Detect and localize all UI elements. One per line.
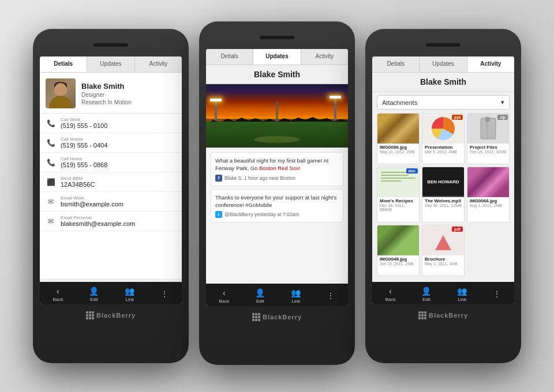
field-call-home[interactable]: 📞 Call Home (519) 555 - 0868 [40,153,182,172]
attachment-info-5: IMG0066.jpg Aug 1, 2011, 2MB [467,197,509,209]
field-marker [254,136,300,143]
nav-back-2[interactable]: ‹ Back [219,288,230,304]
brand-label-3: BlackBerry [429,312,468,319]
tab-activity-2[interactable]: Activity [301,49,348,65]
email-icon-1: ✉ [46,197,56,207]
tab-updates-2[interactable]: Updates [253,49,301,65]
more-icon-1: ⋮ [160,289,169,299]
field-content-2: Call Mobile (519) 555 - 0404 [61,137,107,149]
nav-more-1[interactable]: ⋮ [160,289,169,300]
nav-link-2[interactable]: 👥 Link [291,288,301,304]
nav-back-1[interactable]: ‹ Back [53,287,63,302]
phone-bottom-3: BlackBerry [372,307,514,319]
post-2-text: Thanks to everyone for your support at l… [215,194,339,209]
blackberry-logo-2: BlackBerry [252,313,302,321]
updates-contact-name: Blake Smith [211,70,343,79]
post-2-source: @BlackBerry [224,212,253,217]
attachment-info-4: The Wolves.mp3 Sep 30, 2011, 12MB [422,197,464,209]
tab-updates-3[interactable]: Updates [420,56,467,72]
nav-more-3[interactable]: ⋮ [493,289,501,300]
link-icon-1: 👥 [125,287,134,296]
nav-edit-3[interactable]: 👤 Edit [421,287,431,302]
activity-header: Blake Smith [372,73,514,92]
thumb-1: ppt [422,114,464,144]
phone-details: Detials Updates Activity Blake Smith Des… [33,29,189,363]
post-1-link[interactable]: Boston Red Sox! [259,165,300,171]
chevron-down-icon: ▾ [501,99,504,106]
field-content-6: Email Personal blakesmith@example.com [61,215,135,227]
update-posts: What a beautiful night for my first ball… [206,148,348,280]
tab-details-2[interactable]: Detials [206,49,253,65]
tab-bar-2: Detials Updates Activity [206,49,348,65]
attachment-name-0: IMG0086.jpg [380,145,417,150]
post-1-meta: f Blake S. 1 hour ago near Boston [215,175,339,182]
attachment-meta-4: Sep 30, 2011, 12MB [425,203,462,208]
updates-header: Blake Smith [206,65,348,84]
dropdown-label: Attachments [382,99,417,106]
field-label-4: Send BBM [61,176,95,181]
field-call-mobile[interactable]: 📞 Call Mobile (519) 555 - 0404 [40,133,182,153]
nav-more-2[interactable]: ⋮ [327,291,335,301]
bottom-nav-3: ‹ Back 👤 Edit 👥 Link ⋮ [372,282,514,304]
email-icon-2: ✉ [46,216,56,227]
tab-details-1[interactable]: Detials [40,56,87,72]
avatar-head [54,83,67,96]
field-value-3: (519) 555 - 0868 [61,161,107,168]
attachment-4[interactable]: BEN HOWARD The Wolves.mp3 Sep 30, 2011, … [422,167,465,222]
light-1 [210,99,222,101]
field-label-2: Call Mobile [61,137,107,142]
attachment-meta-6: Jun 23, 2011, 2MB [380,262,417,266]
facebook-icon: f [215,175,222,182]
brand-label-2: BlackBerry [263,314,302,321]
thumb-6 [377,225,419,255]
contact-info: Blake Smith Designer Research In Motion [81,82,132,105]
speaker-1 [93,43,128,47]
nav-link-1[interactable]: 👥 Link [125,287,134,302]
phone-activity: Detials Updates Activity Blake Smith Att… [365,29,521,363]
edit-icon-1: 👤 [89,287,99,296]
link-icon-3: 👥 [457,287,467,296]
tab-activity-1[interactable]: Activity [135,56,182,72]
field-label-1: Call Work [61,117,107,122]
attachment-2[interactable]: zip Project Files Feb 16, 2012, 32MB [467,113,510,164]
bb-icon-2 [252,313,260,321]
tab-updates-1[interactable]: Updates [87,56,134,72]
field-bbm[interactable]: ⬛ Send BBM 12A34B56C [40,172,182,192]
attachment-0[interactable]: IMG0086.jpg May 21, 2012, 2MB [377,113,420,164]
ben-howard-label: BEN HOWARD [426,176,461,189]
field-value-4: 12A34B56C [61,181,95,188]
nav-edit-1[interactable]: 👤 Edit [89,287,99,302]
attachment-7[interactable]: pdf Brochure May 2, 2011, 1MB [422,225,465,276]
contact-header: Blake Smith Designer Research In Motion [40,73,182,114]
nav-link-3[interactable]: 👥 Link [457,287,467,302]
pdf-triangle [435,235,451,250]
post-1-time: 1 hour ago near Boston [243,175,295,181]
attachment-5[interactable]: IMG0066.jpg Aug 1, 2011, 2MB [467,167,510,222]
phone-top-3 [372,37,514,53]
nav-edit-2[interactable]: 👤 Edit [255,288,265,304]
nav-back-label-2: Back [219,299,230,304]
attachment-info-0: IMG0086.jpg May 21, 2012, 2MB [377,144,419,156]
bb-icon-1 [86,311,94,319]
activity-contact-name: Blake Smith [377,77,510,86]
attachment-info-1: Presentation Mar 5, 2012, 4MB [422,144,464,156]
blackberry-logo-1: BlackBerry [86,311,136,319]
phone-icon-3: 📞 [46,157,56,168]
tab-activity-3[interactable]: Activity [467,56,514,72]
field-email-work[interactable]: ✉ Email Work bsmith@example.com [40,192,182,212]
nav-back-3[interactable]: ‹ Back [385,287,396,302]
back-icon-1: ‹ [57,287,59,296]
tab-details-3[interactable]: Detials [372,56,420,72]
field-content-3: Call Home (519) 555 - 0868 [61,156,107,168]
phone-top-2 [206,29,348,46]
thumb-5 [467,167,509,197]
field-email-personal[interactable]: ✉ Email Personal blakesmith@example.com [40,212,182,231]
attachment-6[interactable]: IMG0048.jpg Jun 23, 2011, 2MB [377,225,420,276]
field-call-work[interactable]: 📞 Call Work (519) 555 - 0100 [40,114,182,133]
attachments-dropdown[interactable]: Attachments ▾ [377,95,510,110]
attachment-3[interactable]: doc Mom's Recipes Dec 18, 2011, 864KB [377,167,420,222]
attachment-1[interactable]: ppt Presentation Mar 5, 2012, 4MB [422,113,465,164]
phone-bottom-2: BlackBerry [206,308,348,321]
avatar-body [49,96,72,108]
edit-icon-3: 👤 [421,287,431,296]
